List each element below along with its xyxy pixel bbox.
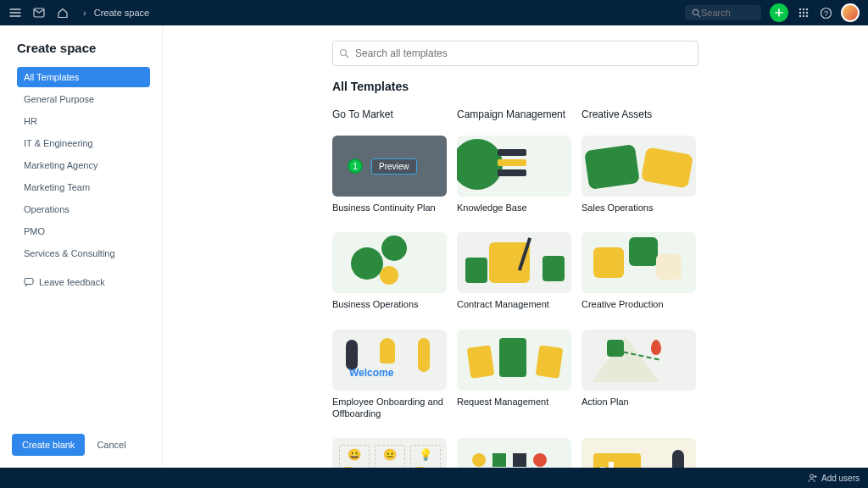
- template-search-input[interactable]: [332, 41, 698, 66]
- template-label: Business Operations: [332, 298, 447, 310]
- template-thumb-hovered[interactable]: 1 Preview: [332, 136, 447, 197]
- subsection-go-to-market: Go To Market: [332, 108, 447, 120]
- svg-point-1: [693, 9, 698, 14]
- svg-point-5: [799, 12, 801, 14]
- svg-point-7: [806, 12, 808, 14]
- template-thumb: [457, 330, 571, 391]
- template-label: Knowledge Base: [457, 202, 571, 214]
- main-content: All Templates Go To Market Campaign Mana…: [163, 25, 868, 468]
- add-users-button[interactable]: Add users: [808, 473, 860, 483]
- sidebar-category[interactable]: General Purpose: [17, 89, 150, 109]
- template-card[interactable]: Welcome Employee Onboarding and Offboard…: [332, 330, 447, 420]
- sidebar-category[interactable]: HR: [17, 111, 150, 131]
- breadcrumb-current: Create space: [94, 8, 149, 18]
- svg-rect-13: [25, 279, 33, 285]
- leave-feedback[interactable]: Leave feedback: [17, 272, 150, 292]
- help-icon[interactable]: ?: [819, 6, 832, 19]
- template-label: Sales Operations: [581, 202, 696, 214]
- svg-point-4: [806, 8, 808, 10]
- template-card[interactable]: Knowledge Base: [457, 136, 571, 214]
- template-thumb: [581, 232, 696, 293]
- category-list: All TemplatesGeneral PurposeHRIT & Engin…: [17, 67, 150, 263]
- svg-point-10: [806, 15, 808, 17]
- svg-point-2: [799, 8, 801, 10]
- template-thumb: Welcome: [332, 330, 447, 391]
- sidebar-category[interactable]: IT & Engineering: [17, 133, 150, 153]
- global-search[interactable]: [685, 5, 761, 20]
- global-search-input[interactable]: [701, 8, 752, 18]
- template-thumb: [332, 232, 447, 293]
- section-title: All Templates: [332, 80, 698, 93]
- avatar[interactable]: [841, 3, 860, 22]
- template-thumb: [581, 330, 696, 391]
- template-thumb: [581, 438, 696, 468]
- topbar: › Create space ?: [0, 0, 868, 25]
- home-icon[interactable]: [56, 6, 70, 19]
- template-label: Business Continuity Plan: [332, 202, 447, 214]
- preview-button[interactable]: Preview: [371, 158, 417, 175]
- sidebar-category[interactable]: PMO: [17, 221, 150, 241]
- template-label: Contract Management: [457, 298, 571, 310]
- sidebar-category[interactable]: Operations: [17, 199, 150, 219]
- selection-badge: 1: [348, 158, 363, 174]
- svg-text:?: ?: [823, 8, 827, 17]
- bottombar: Add users: [0, 468, 868, 488]
- leave-feedback-label: Leave feedback: [39, 277, 105, 287]
- template-card[interactable]: 😀😐💡 Scrum / Sprint Retrospective: [332, 438, 447, 468]
- svg-point-3: [803, 8, 804, 10]
- hamburger-icon[interactable]: [8, 6, 22, 19]
- template-card[interactable]: Business Operations: [332, 232, 447, 310]
- sidebar-category[interactable]: All Templates: [17, 67, 150, 87]
- template-label: Request Management: [457, 396, 571, 408]
- template-card[interactable]: Action Plan: [581, 330, 696, 420]
- sidebar-category[interactable]: Marketing Team: [17, 177, 150, 197]
- template-card[interactable]: Contract Management: [457, 232, 571, 310]
- search-icon: [339, 48, 349, 58]
- create-blank-button[interactable]: Create blank: [12, 434, 85, 456]
- cancel-button[interactable]: Cancel: [97, 440, 125, 450]
- sidebar-category[interactable]: Services & Consulting: [17, 243, 150, 263]
- apps-icon[interactable]: [797, 6, 810, 19]
- template-thumb: [457, 232, 571, 293]
- template-card[interactable]: Content Operations: [457, 438, 571, 468]
- template-thumb: [457, 438, 571, 468]
- template-thumb: [457, 136, 571, 197]
- template-label: Employee Onboarding and Offboarding: [332, 396, 447, 420]
- svg-point-8: [799, 15, 801, 17]
- template-card[interactable]: Sales Operations: [581, 136, 696, 214]
- template-card[interactable]: 1 Preview Business Continuity Plan: [332, 136, 447, 214]
- svg-point-15: [810, 474, 813, 478]
- template-card[interactable]: Creative Production: [581, 232, 696, 310]
- template-card[interactable]: Request Management: [457, 330, 571, 420]
- sidebar: Create space All TemplatesGeneral Purpos…: [0, 25, 163, 468]
- subsection-campaign-management: Campaign Management: [457, 108, 571, 120]
- svg-point-6: [803, 12, 804, 14]
- template-thumb: [581, 136, 696, 197]
- template-label: Action Plan: [581, 396, 696, 408]
- add-users-label: Add users: [821, 474, 860, 483]
- sidebar-category[interactable]: Marketing Agency: [17, 155, 150, 175]
- inbox-icon[interactable]: [32, 6, 46, 19]
- template-card[interactable]: QBR: [581, 438, 696, 468]
- template-label: Creative Production: [581, 298, 696, 310]
- add-button[interactable]: [770, 3, 788, 22]
- breadcrumb-sep: ›: [83, 8, 86, 18]
- svg-point-9: [803, 15, 804, 17]
- breadcrumb: › Create space: [83, 8, 149, 18]
- page-title: Create space: [17, 41, 150, 55]
- subsection-creative-assets: Creative Assets: [581, 108, 696, 120]
- svg-point-14: [341, 50, 347, 56]
- template-thumb: 😀😐💡: [332, 438, 447, 468]
